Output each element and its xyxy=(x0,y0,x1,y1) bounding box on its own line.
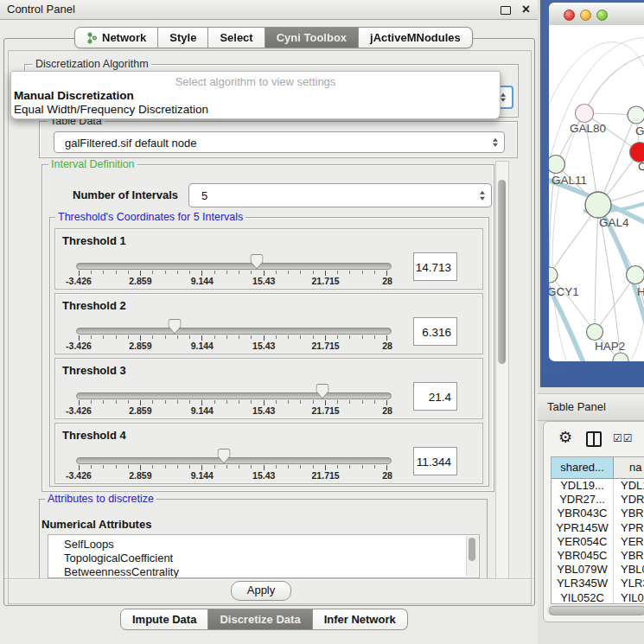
threshold-3-slider[interactable]: -3.426 2.859 9.144 15.43 21.715 28 xyxy=(79,359,387,418)
slider-handle[interactable] xyxy=(251,254,264,270)
table-row[interactable]: YPR145W YPR1 xyxy=(552,521,644,535)
node-label: C xyxy=(638,160,644,173)
minimize-traffic-light-icon[interactable] xyxy=(580,10,591,21)
tab-infer-network[interactable]: Infer Network xyxy=(313,609,408,630)
cell[interactable]: YER054C xyxy=(552,535,614,549)
threshold-value-field[interactable]: 14.713 xyxy=(413,252,457,281)
table-data-combobox[interactable]: galFiltered.sif default node xyxy=(54,131,505,153)
cell[interactable]: YBL0 xyxy=(614,563,644,577)
list-item[interactable]: BetweennessCentrality xyxy=(48,565,479,578)
dropdown-item-manual[interactable]: Manual Discretization xyxy=(14,89,134,102)
dropdown-placeholder-item[interactable]: Select algorithm to view settings xyxy=(11,75,500,88)
tab-cyni-toolbox[interactable]: Cyni Toolbox xyxy=(265,27,359,48)
table-row[interactable]: YDR27... YDR2 xyxy=(552,493,644,507)
threshold-1-slider[interactable]: -3.426 2.859 9.144 15.43 21.715 28 xyxy=(79,229,387,289)
table-row[interactable]: YBR043C YBR0 xyxy=(552,507,644,520)
node-g[interactable] xyxy=(628,106,644,124)
spinner-arrows-icon xyxy=(501,92,506,102)
slider-track[interactable] xyxy=(76,392,392,399)
table-horizontal-scrollbar[interactable] xyxy=(547,605,644,615)
close-traffic-light-icon[interactable] xyxy=(564,10,575,21)
cell[interactable]: YIL0 xyxy=(614,591,644,605)
threshold-4-slider[interactable]: -3.426 2.859 9.144 15.43 21.715 28 xyxy=(79,424,387,483)
threshold-2-slider[interactable]: -3.426 2.859 9.144 15.43 21.715 28 xyxy=(79,294,387,354)
control-panel-window: Control Panel × Network xyxy=(0,0,538,644)
list-item[interactable]: TopologicalCoefficient xyxy=(48,552,479,565)
node-gal80[interactable] xyxy=(576,105,594,123)
cell[interactable]: YBR0 xyxy=(614,507,644,520)
slider-handle[interactable] xyxy=(316,384,329,399)
table-data-group: Table Data galFiltered.sif default node xyxy=(39,121,518,158)
column-header-shared[interactable]: shared... xyxy=(552,457,614,478)
close-icon[interactable]: × xyxy=(522,1,530,18)
group-title: Interval Definition xyxy=(48,158,137,170)
cell[interactable]: YIL052C xyxy=(552,591,614,605)
cell[interactable]: YDL1 xyxy=(614,479,644,493)
network-window-titlebar[interactable] xyxy=(549,3,644,26)
tab-label: Style xyxy=(169,31,196,44)
tab-style[interactable]: Style xyxy=(158,27,208,48)
node-gal11[interactable] xyxy=(549,156,565,174)
cell[interactable]: YLR3 xyxy=(614,577,644,590)
table-row[interactable]: YIL052C YIL0 xyxy=(552,591,644,605)
threshold-value-field[interactable]: 21.4 xyxy=(413,382,457,411)
cell[interactable]: YDR27... xyxy=(552,493,614,507)
table-row[interactable]: YBL079W YBL0 xyxy=(552,563,644,577)
table-panel-header: Table Panel xyxy=(538,393,644,421)
tab-label: Discretize Data xyxy=(220,613,300,626)
network-graph[interactable]: GAL80 G C GAL11 GAL4 GCY1 H HAP2 xyxy=(549,25,644,361)
slider-track[interactable] xyxy=(76,328,392,335)
cell[interactable]: YER0 xyxy=(614,535,644,549)
cell[interactable]: YPR145W xyxy=(552,521,614,535)
tab-network[interactable]: Network xyxy=(74,27,158,48)
network-canvas[interactable]: GAL80 G C GAL11 GAL4 GCY1 H HAP2 xyxy=(549,25,644,361)
split-columns-icon[interactable] xyxy=(586,431,602,447)
cell[interactable]: YDR2 xyxy=(614,493,644,507)
tab-impute-data[interactable]: Impute Data xyxy=(120,609,208,630)
cell[interactable]: YDL19... xyxy=(552,479,614,493)
table-header-row: shared... na xyxy=(552,457,644,479)
column-header-name[interactable]: na xyxy=(614,457,644,478)
float-window-icon[interactable] xyxy=(501,6,511,15)
apply-button[interactable]: Apply xyxy=(231,581,291,601)
node-bottom[interactable] xyxy=(613,353,628,361)
slider-handle[interactable] xyxy=(168,319,181,335)
threshold-3-box: Threshold 3 -3.426 2.859 9.144 15.43 21.… xyxy=(54,358,483,419)
node-gcy1[interactable] xyxy=(549,267,558,283)
slider-handle[interactable] xyxy=(217,449,230,464)
cell[interactable]: YPR1 xyxy=(614,521,644,535)
list-item[interactable]: SelfLoops xyxy=(48,538,479,552)
dropdown-item-equal-width[interactable]: Equal Width/Frequency Discretization xyxy=(14,103,208,116)
table-row[interactable]: YDL19... YDL1 xyxy=(552,479,644,493)
num-intervals-combobox[interactable]: 5 xyxy=(188,183,492,207)
threshold-value-field[interactable]: 11.344 xyxy=(413,447,457,475)
threshold-value-field[interactable]: 6.316 xyxy=(413,317,457,346)
cell[interactable]: YBR045C xyxy=(552,549,614,563)
tick-label: 9.144 xyxy=(191,405,214,416)
tab-jactivemnodules[interactable]: jActiveMNodules xyxy=(359,27,473,48)
cell[interactable]: YBR043C xyxy=(552,507,614,520)
screen: Control Panel × Network xyxy=(0,0,644,644)
cell[interactable]: YLR345W xyxy=(552,577,614,590)
zoom-traffic-light-icon[interactable] xyxy=(596,10,608,21)
node-hap2[interactable] xyxy=(587,324,603,341)
tab-discretize-data[interactable]: Discretize Data xyxy=(208,609,312,630)
table-row[interactable]: YLR345W YLR3 xyxy=(552,577,644,590)
gear-icon[interactable]: ⚙ xyxy=(558,430,572,445)
node-gal4[interactable] xyxy=(585,192,611,218)
tab-select[interactable]: Select xyxy=(208,27,265,48)
cell[interactable]: YBL079W xyxy=(552,563,614,577)
node-h[interactable] xyxy=(627,266,644,284)
scrollbar-thumb[interactable] xyxy=(498,180,506,364)
scrollbar-thumb[interactable] xyxy=(549,606,644,615)
tick-label: 28 xyxy=(382,470,392,481)
slider-track[interactable] xyxy=(76,263,392,270)
panel-vertical-scrollbar[interactable] xyxy=(495,161,509,579)
scrollbar-thumb[interactable] xyxy=(469,538,475,561)
slider-track[interactable] xyxy=(76,457,392,464)
table-row[interactable]: YER054C YER0 xyxy=(552,535,644,549)
cell[interactable]: YBR0 xyxy=(614,549,644,563)
checkboxes-icon[interactable]: ☑☑ xyxy=(613,432,634,444)
list-scrollbar[interactable] xyxy=(466,536,478,577)
table-row[interactable]: YBR045C YBR0 xyxy=(552,549,644,563)
